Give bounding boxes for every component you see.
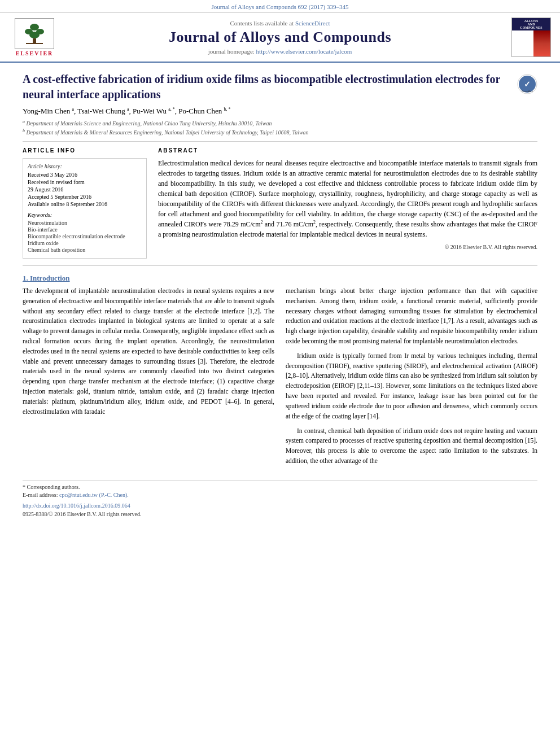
article-info-box: Article history: Received 3 May 2016 Rec… [23, 158, 147, 259]
svg-text:CrossMark: CrossMark [522, 90, 532, 93]
abstract-col: ABSTRACT Electrostimulation medical devi… [158, 147, 537, 259]
info-abstract-section: ARTICLE INFO Article history: Received 3… [23, 147, 537, 259]
affiliations: a Department of Materials Science and En… [23, 119, 537, 136]
crossmark: ✓ CrossMark [517, 74, 537, 97]
svg-point-3 [29, 32, 40, 38]
revised-date: 29 August 2016 [28, 186, 142, 193]
keyword-5: Chemical bath deposition [28, 247, 142, 253]
keywords-section: Keywords: Neurostimulation Bio-interface… [28, 212, 142, 253]
corresponding-note: * Corresponding authors. [23, 484, 537, 490]
elsevier-text: ELSEVIER [16, 50, 54, 56]
elsevier-box [15, 18, 54, 49]
footnotes: * Corresponding authors. E-mail address:… [23, 480, 537, 517]
svg-text:✓: ✓ [524, 80, 531, 89]
detected-text-7176: and 71.76 [265, 220, 292, 228]
abstract-text: Electrostimulation medical devices for n… [158, 158, 537, 239]
divider-1 [23, 141, 537, 142]
abstract-heading: ABSTRACT [158, 147, 537, 154]
journal-header-left: ELSEVIER [9, 18, 60, 56]
keyword-1: Neurostimulation [28, 220, 142, 226]
article-info-heading: ARTICLE INFO [23, 147, 147, 154]
journal-cover-image: ALLOYSANDCOMPOUNDS [511, 18, 551, 57]
email-note: E-mail address: cpc@ntut.edu.tw (P.-C. C… [23, 492, 537, 498]
article-info-col: ARTICLE INFO Article history: Received 3… [23, 147, 147, 259]
svg-rect-5 [26, 43, 43, 44]
citation-bar: Journal of Alloys and Compounds 692 (201… [0, 0, 560, 13]
article-title-section: A cost-effective fabrication of iridium … [23, 72, 537, 102]
intro-para-r2: Iridium oxide is typically formed from I… [286, 351, 537, 422]
journal-header-right: ALLOYSANDCOMPOUNDS [500, 18, 551, 57]
elsevier-logo: ELSEVIER [9, 18, 60, 56]
issn-copyright: 0925-8388/© 2016 Elsevier B.V. All right… [23, 511, 537, 517]
authors-line: Yong-Min Chen a, Tsai-Wei Chung a, Pu-We… [23, 107, 537, 116]
author-1: Yong-Min Chen a [23, 107, 74, 115]
keyword-2: Bio-interface [28, 226, 142, 233]
journal-title: Journal of Alloys and Compounds [65, 29, 495, 46]
available-date: Available online 8 September 2016 [28, 201, 142, 207]
intro-body: The development of implantable neurostim… [23, 286, 537, 471]
history-label: Article history: [28, 163, 142, 169]
author-2: Tsai-Wei Chung a [77, 107, 129, 115]
affil-1: a Department of Materials Science and En… [23, 119, 537, 126]
page: Journal of Alloys and Compounds 692 (201… [0, 0, 560, 747]
accepted-date: Accepted 5 September 2016 [28, 194, 142, 200]
doi-link[interactable]: http://dx.doi.org/10.1016/j.jallcom.2016… [23, 503, 537, 509]
elsevier-tree-icon [20, 23, 49, 45]
intro-col-right: mechanism brings about better charge inj… [286, 286, 537, 471]
sciencedirect-link[interactable]: ScienceDirect [295, 20, 330, 27]
intro-para-r3: In contrast, chemical bath deposition of… [286, 426, 537, 466]
author-3: Pu-Wei Wu a, * [133, 107, 175, 115]
keywords-label: Keywords: [28, 212, 142, 218]
affil-2: b Department of Materials & Mineral Reso… [23, 128, 537, 136]
journal-url[interactable]: http://www.elsevier.com/locate/jalcom [256, 48, 352, 55]
divider-2 [23, 265, 537, 266]
crossmark-icon: ✓ CrossMark [517, 74, 537, 94]
received-date: Received 3 May 2016 [28, 172, 142, 178]
intro-title: 1. Introduction [23, 274, 537, 283]
revised-label: Received in revised form [28, 179, 142, 185]
intro-para-r1: mechanism brings about better charge inj… [286, 286, 537, 347]
email-address[interactable]: cpc@ntut.edu.tw (P.-C. Chen). [59, 492, 129, 498]
intro-section: 1. Introduction The development of impla… [23, 274, 537, 471]
article-title: A cost-effective fabrication of iridium … [23, 72, 511, 102]
keyword-4: Iridium oxide [28, 240, 142, 246]
author-4: Po-Chun Chen b, * [178, 107, 230, 115]
keyword-3: Biocompatible electrostimulation electro… [28, 233, 142, 239]
article-body: A cost-effective fabrication of iridium … [0, 63, 560, 528]
intro-para-1: The development of implantable neurostim… [23, 286, 274, 417]
journal-homepage: journal homepage: http://www.elsevier.co… [65, 48, 495, 55]
copyright-line: © 2016 Elsevier B.V. All rights reserved… [158, 244, 537, 250]
sciencedirect-line: Contents lists available at ScienceDirec… [65, 20, 495, 27]
citation-text: Journal of Alloys and Compounds 692 (201… [212, 3, 349, 10]
journal-header-center: Contents lists available at ScienceDirec… [65, 20, 495, 55]
intro-col-left: The development of implantable neurostim… [23, 286, 274, 471]
journal-header: ELSEVIER Contents lists available at Sci… [0, 13, 560, 63]
